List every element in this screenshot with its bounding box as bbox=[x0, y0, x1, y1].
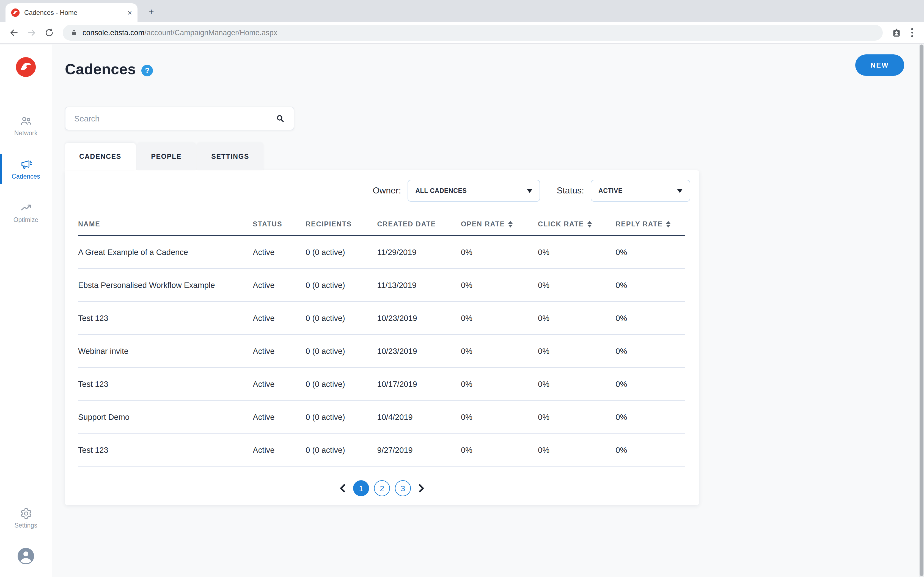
new-cadence-button[interactable]: NEW bbox=[855, 55, 904, 76]
table-row[interactable]: A Great Example of a CadenceActive0 (0 a… bbox=[78, 236, 685, 269]
megaphone-icon bbox=[19, 158, 32, 171]
url-host: console.ebsta.com bbox=[82, 29, 144, 37]
url-path: /account/CampaignManager/Home.aspx bbox=[144, 29, 277, 37]
search-box[interactable] bbox=[65, 106, 294, 130]
prev-page-icon[interactable] bbox=[338, 483, 348, 493]
pagination: 123 bbox=[65, 480, 699, 496]
cell-status: Active bbox=[253, 314, 305, 322]
table-row[interactable]: Webinar inviteActive0 (0 active)10/23/20… bbox=[78, 335, 685, 367]
column-header-reply-rate[interactable]: REPLY RATE bbox=[615, 220, 685, 228]
new-tab-icon[interactable]: + bbox=[144, 5, 158, 19]
sidebar-item-label: Optimize bbox=[13, 216, 39, 223]
cell-open_rate: 0% bbox=[461, 314, 538, 322]
tab-people[interactable]: PEOPLE bbox=[137, 143, 196, 170]
sidebar-item-cadences[interactable]: Cadences bbox=[0, 155, 52, 183]
cell-created: 10/23/2019 bbox=[377, 347, 461, 355]
cell-name[interactable]: A Great Example of a Cadence bbox=[78, 248, 253, 256]
tab-title: Cadences - Home bbox=[24, 9, 123, 16]
url-text: console.ebsta.com/account/CampaignManage… bbox=[82, 29, 277, 37]
cell-name[interactable]: Test 123 bbox=[78, 445, 253, 454]
column-header-created-date: CREATED DATE bbox=[377, 220, 461, 228]
cell-status: Active bbox=[253, 379, 305, 388]
column-header-click-rate[interactable]: CLICK RATE bbox=[538, 220, 615, 228]
cell-reply_rate: 0% bbox=[615, 445, 685, 454]
chevron-down-icon bbox=[677, 189, 683, 193]
tab-settings[interactable]: SETTINGS bbox=[197, 143, 263, 170]
sidebar-item-network[interactable]: Network bbox=[0, 111, 52, 140]
cell-click_rate: 0% bbox=[538, 379, 615, 388]
sort-icon[interactable] bbox=[666, 221, 670, 228]
column-header-name: NAME bbox=[78, 220, 253, 228]
table-row[interactable]: Test 123Active0 (0 active)9/27/20190%0%0… bbox=[78, 434, 685, 467]
help-icon[interactable]: ? bbox=[141, 64, 153, 76]
back-icon[interactable] bbox=[6, 26, 21, 40]
sort-icon[interactable] bbox=[508, 221, 513, 228]
cell-reply_rate: 0% bbox=[615, 379, 685, 388]
table-row[interactable]: Test 123Active0 (0 active)10/17/20190%0%… bbox=[78, 367, 685, 401]
ebsta-logo[interactable] bbox=[15, 56, 36, 77]
column-header-open-rate[interactable]: OPEN RATE bbox=[461, 220, 538, 228]
filter-row: Owner: ALL CADENCES Status: ACTIVE bbox=[65, 170, 699, 201]
chevron-down-icon bbox=[527, 189, 532, 193]
cell-name[interactable]: Test 123 bbox=[78, 314, 253, 322]
close-tab-icon[interactable]: × bbox=[128, 9, 132, 16]
page-button-1[interactable]: 1 bbox=[353, 480, 369, 496]
tab-bar: CADENCES PEOPLE SETTINGS bbox=[65, 143, 924, 170]
next-page-icon[interactable] bbox=[416, 483, 426, 493]
cell-created: 10/23/2019 bbox=[377, 314, 461, 322]
status-filter-label: Status: bbox=[557, 186, 584, 196]
table-row[interactable]: Support DemoActive0 (0 active)10/4/20190… bbox=[78, 401, 685, 434]
cell-status: Active bbox=[253, 445, 305, 454]
cell-open_rate: 0% bbox=[461, 445, 538, 454]
owner-select[interactable]: ALL CADENCES bbox=[407, 180, 540, 201]
cell-click_rate: 0% bbox=[538, 445, 615, 454]
search-input[interactable] bbox=[74, 114, 276, 123]
lock-icon bbox=[70, 29, 78, 36]
sort-icon[interactable] bbox=[587, 221, 592, 228]
table-header-row: NAMESTATUSRECIPIENTSCREATED DATEOPEN RAT… bbox=[78, 220, 685, 236]
window-scrollbar bbox=[919, 45, 924, 577]
cell-name[interactable]: Webinar invite bbox=[78, 347, 253, 355]
sidebar-item-optimize[interactable]: Optimize bbox=[0, 198, 52, 226]
cell-name[interactable]: Ebsta Personalised Workflow Example bbox=[78, 280, 253, 289]
cell-status: Active bbox=[253, 347, 305, 355]
scrollbar-thumb[interactable] bbox=[919, 45, 924, 576]
tab-cadences[interactable]: CADENCES bbox=[65, 143, 136, 170]
cell-recipients: 0 (0 active) bbox=[305, 413, 377, 421]
status-select[interactable]: ACTIVE bbox=[591, 180, 690, 201]
cell-reply_rate: 0% bbox=[615, 280, 685, 289]
cell-name[interactable]: Test 123 bbox=[78, 379, 253, 388]
search-icon[interactable] bbox=[276, 114, 285, 123]
table-row[interactable]: Test 123Active0 (0 active)10/23/20190%0%… bbox=[78, 302, 685, 335]
sidebar-item-label: Cadences bbox=[11, 173, 40, 180]
app-content: Network Cadences Optimize bbox=[0, 45, 924, 577]
page-button-3[interactable]: 3 bbox=[395, 480, 411, 496]
page-button-2[interactable]: 2 bbox=[374, 480, 390, 496]
url-bar[interactable]: console.ebsta.com/account/CampaignManage… bbox=[63, 25, 882, 41]
cell-recipients: 0 (0 active) bbox=[305, 314, 377, 322]
cell-reply_rate: 0% bbox=[615, 413, 685, 421]
sidebar-item-settings[interactable]: Settings bbox=[0, 504, 52, 532]
browser-tab[interactable]: Cadences - Home × bbox=[5, 3, 137, 22]
cadences-panel: Owner: ALL CADENCES Status: ACTIVE NAMES… bbox=[65, 170, 699, 505]
users-icon bbox=[19, 115, 32, 127]
cell-name[interactable]: Support Demo bbox=[78, 413, 253, 421]
sidebar-item-label: Settings bbox=[14, 522, 37, 529]
page-header: Cadences ? bbox=[65, 61, 924, 78]
cell-open_rate: 0% bbox=[461, 280, 538, 289]
cell-status: Active bbox=[253, 413, 305, 421]
profile-badge-icon[interactable] bbox=[889, 26, 903, 40]
cell-recipients: 0 (0 active) bbox=[305, 248, 377, 256]
page-title: Cadences bbox=[65, 61, 136, 78]
browser-menu-icon[interactable] bbox=[907, 26, 918, 40]
ebsta-favicon bbox=[11, 8, 20, 17]
main-area: Cadences ? NEW CADENCES PEOPLE SETTINGS … bbox=[52, 45, 924, 577]
sidebar-item-label: Network bbox=[14, 130, 37, 136]
cell-click_rate: 0% bbox=[538, 314, 615, 322]
reload-icon[interactable] bbox=[42, 26, 56, 40]
cadences-table: NAMESTATUSRECIPIENTSCREATED DATEOPEN RAT… bbox=[65, 201, 699, 467]
user-avatar[interactable] bbox=[16, 546, 36, 566]
table-row[interactable]: Ebsta Personalised Workflow ExampleActiv… bbox=[78, 269, 685, 302]
trending-up-icon bbox=[19, 201, 32, 214]
cell-reply_rate: 0% bbox=[615, 248, 685, 256]
